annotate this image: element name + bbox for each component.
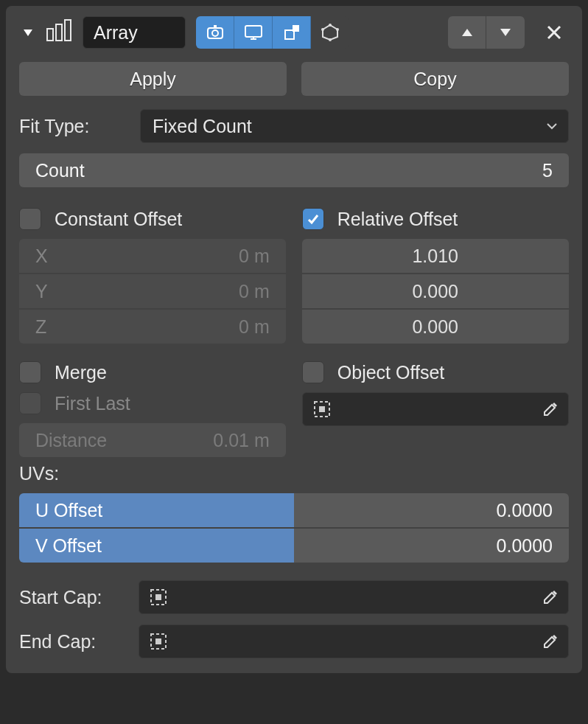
- viewport-visibility-toggle[interactable]: [234, 16, 273, 49]
- svg-rect-7: [245, 26, 262, 37]
- fit-type-dropdown[interactable]: Fixed Count: [140, 109, 569, 143]
- u-offset-field[interactable]: U Offset 0.0000: [19, 493, 569, 527]
- count-value: 5: [542, 160, 553, 181]
- merge-distance-field[interactable]: Distance 0.01 m: [19, 423, 286, 457]
- svg-marker-18: [500, 29, 511, 36]
- svg-rect-1: [47, 29, 53, 41]
- fit-type-value: Fixed Count: [153, 116, 252, 137]
- copy-button[interactable]: Copy: [301, 62, 569, 96]
- end-cap-picker[interactable]: [139, 624, 569, 658]
- relative-offset-z[interactable]: 0.000: [302, 310, 569, 344]
- array-modifier-panel: Array: [6, 6, 582, 673]
- svg-rect-11: [293, 25, 299, 32]
- eyedropper-icon[interactable]: [542, 588, 559, 606]
- svg-point-13: [329, 24, 332, 27]
- object-offset-checkbox[interactable]: [302, 361, 324, 383]
- svg-rect-6: [214, 25, 217, 27]
- first-last-label: First Last: [55, 393, 130, 414]
- expand-toggle[interactable]: [19, 24, 37, 41]
- count-field[interactable]: Count 5: [19, 153, 569, 187]
- svg-marker-12: [323, 25, 337, 40]
- constant-offset-label: Constant Offset: [55, 209, 182, 230]
- svg-rect-3: [65, 20, 71, 41]
- apply-button[interactable]: Apply: [19, 62, 287, 96]
- fit-type-label: Fit Type:: [19, 116, 130, 137]
- object-data-icon: [148, 631, 169, 652]
- start-cap-picker[interactable]: [139, 580, 569, 614]
- relative-offset-x[interactable]: 1.010: [302, 239, 569, 273]
- v-offset-field[interactable]: V Offset 0.0000: [19, 529, 569, 563]
- constant-offset-x[interactable]: X 0 m: [19, 239, 286, 273]
- move-up-button[interactable]: [448, 16, 486, 49]
- svg-marker-17: [462, 29, 472, 36]
- object-data-icon: [312, 399, 332, 420]
- visibility-toggles: [196, 16, 349, 49]
- reorder-buttons: [448, 16, 525, 49]
- end-cap-label: End Cap:: [19, 631, 122, 652]
- relative-offset-y[interactable]: 0.000: [302, 274, 569, 308]
- constant-offset-z[interactable]: Z 0 m: [19, 310, 286, 344]
- object-data-icon: [148, 587, 169, 608]
- constant-offset-y[interactable]: Y 0 m: [19, 274, 286, 308]
- array-modifier-icon: [44, 17, 75, 48]
- chevron-down-icon: [546, 122, 558, 130]
- eyedropper-icon[interactable]: [542, 633, 559, 650]
- relative-offset-label: Relative Offset: [337, 209, 458, 230]
- eyedropper-icon[interactable]: [542, 400, 559, 418]
- svg-point-14: [336, 28, 339, 31]
- modifier-header: Array: [19, 16, 569, 49]
- svg-rect-22: [319, 406, 325, 412]
- svg-point-5: [212, 30, 218, 36]
- count-label: Count: [35, 160, 85, 181]
- cage-toggle[interactable]: [311, 16, 349, 49]
- first-last-checkbox[interactable]: [19, 392, 41, 414]
- render-visibility-toggle[interactable]: [196, 16, 234, 49]
- move-down-button[interactable]: [486, 16, 525, 49]
- merge-checkbox[interactable]: [19, 361, 41, 383]
- constant-offset-checkbox[interactable]: [19, 208, 41, 230]
- start-cap-label: Start Cap:: [19, 587, 122, 608]
- svg-point-16: [329, 38, 332, 41]
- svg-marker-0: [24, 29, 32, 36]
- object-offset-picker[interactable]: [302, 392, 569, 426]
- object-offset-label: Object Offset: [337, 362, 444, 383]
- svg-rect-2: [56, 24, 62, 41]
- remove-modifier-button[interactable]: [539, 18, 569, 47]
- svg-rect-24: [155, 594, 161, 600]
- uvs-label: UVs:: [19, 463, 569, 484]
- merge-label: Merge: [55, 362, 107, 383]
- svg-rect-26: [155, 638, 161, 644]
- svg-point-15: [321, 28, 324, 31]
- relative-offset-checkbox[interactable]: [302, 208, 324, 230]
- modifier-name-input[interactable]: Array: [83, 16, 186, 49]
- edit-mode-toggle[interactable]: [273, 16, 311, 49]
